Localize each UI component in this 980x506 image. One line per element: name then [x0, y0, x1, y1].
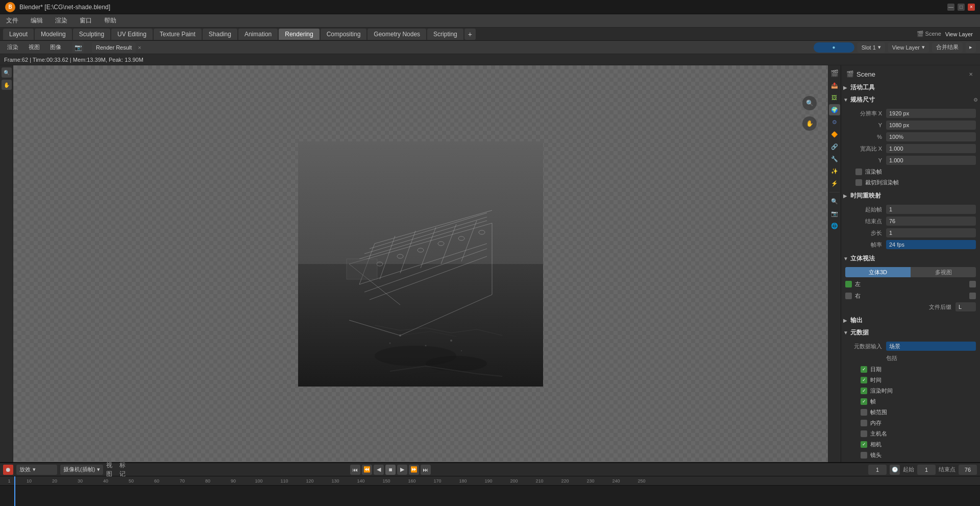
step-input[interactable]: 1	[886, 228, 976, 237]
tab-layout[interactable]: Layout	[3, 29, 34, 40]
metadata-source-dropdown[interactable]: 场景	[886, 342, 976, 351]
metadata-time-checkbox[interactable]: ✓	[861, 377, 867, 383]
metadata-camera-checkbox[interactable]: ✓	[861, 441, 867, 448]
next-frame-btn[interactable]: ▶	[397, 465, 407, 475]
metadata-section-header[interactable]: ▼ 元数据	[843, 327, 978, 338]
metadata-frame-range-checkbox[interactable]	[861, 409, 867, 416]
tab-animation[interactable]: Animation	[238, 29, 278, 40]
stereo-left-right-checkbox[interactable]	[969, 281, 976, 287]
props-tab-extra-1[interactable]: 🔍	[829, 196, 840, 207]
active-tools-section-header[interactable]: ▶ 活动工具	[843, 82, 978, 93]
end-frame-tl-input[interactable]: 76	[959, 465, 977, 475]
props-tab-render[interactable]: 🎬	[829, 67, 840, 79]
border-crop-checkbox[interactable]	[855, 179, 862, 186]
props-tab-world[interactable]: ⚙	[829, 116, 840, 128]
tab-geometry-nodes[interactable]: Geometry Nodes	[368, 29, 426, 40]
stereo-right-icon[interactable]	[845, 293, 852, 299]
mode-dropdown[interactable]: 放效 ▾	[16, 465, 57, 475]
record-button[interactable]: ⏺	[3, 465, 13, 475]
metadata-lens-checkbox[interactable]	[861, 452, 867, 459]
image-menu[interactable]: 图像	[47, 42, 64, 52]
props-tab-output[interactable]: 📤	[829, 80, 840, 91]
metadata-render-time-checkbox[interactable]: ✓	[861, 388, 867, 394]
menu-edit[interactable]: 编辑	[29, 15, 45, 26]
maximize-button[interactable]: □	[958, 4, 965, 11]
current-frame-input[interactable]: 1	[868, 465, 887, 475]
zoom-tool[interactable]: 🔍	[802, 96, 817, 110]
render-region-checkbox[interactable]	[855, 168, 862, 175]
metadata-hostname-checkbox[interactable]	[861, 430, 867, 437]
props-tab-constraint[interactable]: 🔗	[829, 141, 840, 152]
markers-label[interactable]: 标记	[119, 465, 130, 475]
tab-uv-editing[interactable]: UV Editing	[111, 29, 153, 40]
aspect-x-input[interactable]: 1.000	[886, 144, 976, 153]
end-frame-input[interactable]: 76	[886, 216, 976, 226]
props-options-icon[interactable]: ✕	[969, 71, 976, 77]
menu-help[interactable]: 帮助	[102, 15, 118, 26]
output-section-header[interactable]: ▶ 输出	[843, 315, 978, 326]
render-menu[interactable]: 渲染	[4, 42, 21, 52]
timeline-content[interactable]	[0, 486, 980, 506]
start-frame-input[interactable]: 1	[886, 205, 976, 214]
format-gear-icon[interactable]: ⚙	[973, 97, 978, 103]
stereo-section-header[interactable]: ▼ 立体视法	[843, 253, 978, 264]
tab-rendering[interactable]: Rendering	[279, 29, 319, 40]
resolution-y-input[interactable]: 1080 px	[886, 121, 976, 130]
props-tab-modifier[interactable]: 🔧	[829, 153, 840, 164]
hand-tool[interactable]: ✋	[802, 116, 817, 131]
metadata-frame-checkbox[interactable]: ✓	[861, 398, 867, 405]
transform-dropdown[interactable]: 摄像机(插帧) ▾	[60, 465, 103, 475]
toolbar-active-tools-icon[interactable]: 🔍	[2, 67, 12, 78]
start-frame-tl-input[interactable]: 1	[917, 465, 936, 475]
tab-texture-paint[interactable]: Texture Paint	[154, 29, 202, 40]
tab-sculpting[interactable]: Sculpting	[73, 29, 110, 40]
frame-range-header[interactable]: ▶ 时间重映射	[843, 190, 978, 201]
sidebar-toggle-btn[interactable]: ▸	[966, 42, 976, 53]
stereo-3d-btn[interactable]: 立体3D	[845, 267, 911, 277]
props-tab-extra-3[interactable]: 🌐	[829, 220, 840, 231]
overlay-toggle[interactable]: ●	[814, 42, 854, 53]
menu-render[interactable]: 渲染	[53, 15, 69, 26]
view-menu[interactable]: 视图	[26, 42, 43, 52]
file-suffix-input[interactable]: L	[955, 302, 976, 311]
view-label[interactable]: 视图	[106, 465, 116, 475]
merge-results-button[interactable]: 合并结果	[932, 42, 963, 53]
metadata-date-checkbox[interactable]: ✓	[861, 366, 867, 373]
resolution-pct-input[interactable]: 100%	[886, 132, 976, 141]
header-icon-btn-1[interactable]: 📷	[72, 42, 84, 53]
add-workspace-button[interactable]: +	[464, 29, 476, 40]
stereo-left-checkbox[interactable]	[845, 281, 852, 287]
menu-window[interactable]: 窗口	[78, 15, 94, 26]
resolution-x-input[interactable]: 1920 px	[886, 109, 976, 118]
minimize-button[interactable]: —	[947, 4, 954, 11]
stop-btn[interactable]: ■	[385, 465, 396, 475]
tab-shading[interactable]: Shading	[203, 29, 237, 40]
jump-end-btn[interactable]: ⏭	[421, 465, 431, 475]
format-section-header[interactable]: ▼ 规格尺寸 ⚙	[843, 94, 978, 105]
clock-icon-btn[interactable]: 🕐	[890, 465, 900, 475]
stereo-right-value-checkbox[interactable]	[969, 293, 976, 299]
jump-next-key-btn[interactable]: ⏩	[409, 465, 419, 475]
menu-file[interactable]: 文件	[4, 15, 20, 26]
close-button[interactable]: ×	[968, 4, 975, 11]
props-tab-object[interactable]: 🔶	[829, 129, 840, 140]
aspect-y-input[interactable]: 1.000	[886, 156, 976, 165]
tab-scripting[interactable]: Scripting	[427, 29, 463, 40]
jump-prev-key-btn[interactable]: ⏪	[362, 465, 372, 475]
view-layer-selector[interactable]: View Layer ▾	[888, 42, 929, 53]
prev-frame-btn[interactable]: ◀	[374, 465, 384, 475]
props-tab-particle[interactable]: ✨	[829, 165, 840, 177]
metadata-memory-checkbox[interactable]	[861, 420, 867, 426]
tab-compositing[interactable]: Compositing	[321, 29, 367, 40]
jump-start-btn[interactable]: ⏮	[350, 465, 360, 475]
props-tab-view-layer[interactable]: 🖼	[829, 92, 840, 103]
fps-input[interactable]: 24 fps	[886, 240, 976, 249]
props-tab-scene[interactable]: 🌍	[829, 104, 840, 115]
stereo-multi-btn[interactable]: 多视图	[911, 267, 976, 277]
props-tab-extra-2[interactable]: 📷	[829, 208, 840, 219]
props-tab-physics[interactable]: ⚡	[829, 178, 840, 189]
toolbar-hand-tool[interactable]: ✋	[2, 80, 12, 90]
tab-modeling[interactable]: Modeling	[35, 29, 72, 40]
slot-selector[interactable]: Slot 1 ▾	[857, 42, 885, 53]
render-result-label[interactable]: Render Result	[92, 42, 136, 53]
